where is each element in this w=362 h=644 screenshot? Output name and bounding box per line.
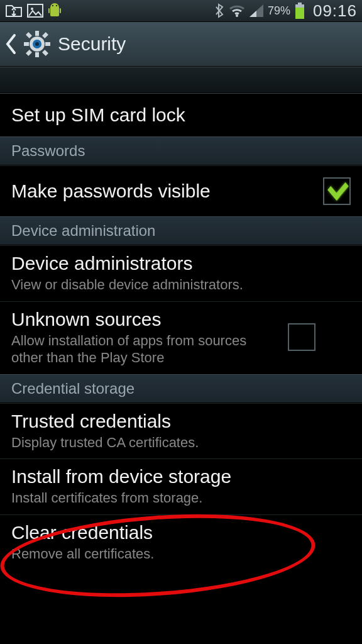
item-subtitle: Display trusted CA certificates. [11,434,351,452]
item-title: Unknown sources [11,308,282,331]
status-bar: 79% 09:16 [0,0,362,22]
bluetooth-icon [214,3,224,18]
svg-rect-5 [60,8,61,13]
battery-percent: 79% [268,4,290,18]
svg-point-6 [236,14,238,17]
item-unknown-sources[interactable]: Unknown sources Allow installation of ap… [0,301,362,374]
status-time: 09:16 [313,1,357,21]
item-device-administrators[interactable]: Device administrators View or disable de… [0,245,362,301]
svg-rect-16 [42,32,48,38]
item-title: Make passwords visible [11,180,317,203]
item-trusted-credentials[interactable]: Trusted credentials Display trusted CA c… [0,403,362,459]
svg-point-20 [35,42,39,46]
svg-rect-13 [24,42,29,46]
battery-icon [295,3,305,19]
android-icon [48,3,62,19]
section-passwords: Passwords [0,136,362,165]
item-subtitle: Install certificates from storage. [11,489,351,507]
svg-rect-14 [45,42,50,46]
svg-rect-7 [298,3,302,4]
item-make-passwords-visible[interactable]: Make passwords visible [0,165,362,216]
item-title: Trusted credentials [11,410,351,433]
svg-rect-11 [35,31,39,36]
svg-rect-17 [26,50,32,56]
item-title: Install from device storage [11,465,351,488]
svg-point-3 [56,5,57,6]
action-bar[interactable]: Security [0,22,362,67]
checkbox-unknown-sources[interactable] [288,323,315,351]
spacer [0,67,362,93]
signal-icon [250,4,263,17]
svg-rect-12 [35,52,39,57]
svg-point-1 [31,8,33,10]
svg-rect-18 [42,50,48,56]
gear-icon [23,30,52,58]
item-title: Set up SIM card lock [11,104,351,126]
item-title: Clear credentials [11,521,351,544]
item-subtitle: Remove all certificates. [11,545,351,563]
sync-folder-icon [5,3,23,18]
section-credential-storage: Credential storage [0,374,362,403]
checkbox-passwords-visible[interactable] [323,177,351,205]
svg-rect-4 [48,8,50,13]
item-subtitle: Allow installation of apps from sources … [11,332,282,367]
svg-rect-9 [295,8,304,19]
item-install-from-device-storage[interactable]: Install from device storage Install cert… [0,458,362,514]
item-sim-lock[interactable]: Set up SIM card lock [0,93,362,136]
item-title: Device administrators [11,252,351,275]
back-icon[interactable] [5,33,16,55]
svg-rect-15 [26,32,32,38]
wifi-icon [229,4,245,17]
page-title: Security [58,33,126,55]
item-subtitle: View or disable device administrators. [11,276,351,294]
svg-point-2 [52,5,53,6]
section-device-administration: Device administration [0,216,362,245]
item-clear-credentials[interactable]: Clear credentials Remove all certificate… [0,514,362,570]
image-icon [26,3,44,18]
